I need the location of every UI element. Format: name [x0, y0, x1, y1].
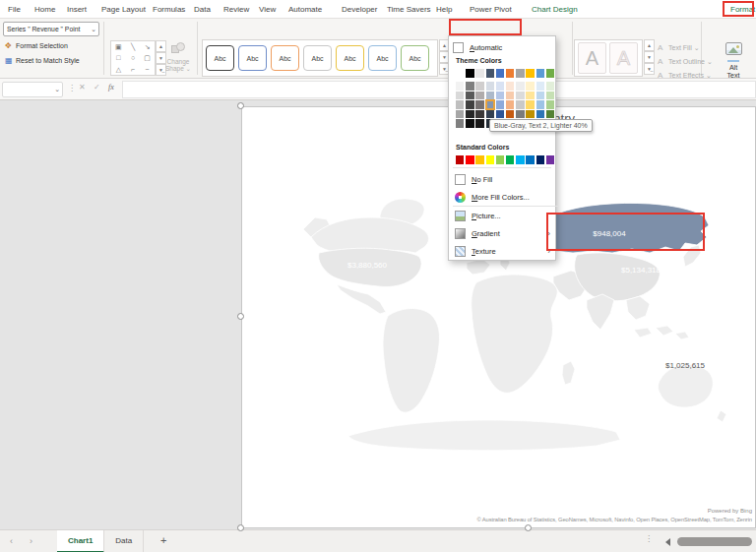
theme-variant-swatch[interactable]: [475, 100, 483, 109]
triangle-icon[interactable]: △: [111, 64, 126, 75]
theme-variant-swatch[interactable]: [456, 119, 464, 128]
change-shape-button[interactable]: Change Shape ⌄: [160, 40, 196, 78]
theme-variant-swatch[interactable]: [526, 92, 534, 100]
theme-variant-swatch[interactable]: [516, 92, 524, 100]
theme-color-swatch[interactable]: [466, 69, 473, 78]
theme-variant-swatch[interactable]: [526, 100, 534, 109]
theme-variant-swatch[interactable]: [486, 110, 494, 119]
menu-tab-format[interactable]: Format: [730, 0, 755, 19]
menu-tab-automate[interactable]: Automate: [288, 0, 322, 19]
scroll-up-icon[interactable]: ▲: [644, 39, 655, 51]
elbow-icon[interactable]: ⌐: [126, 64, 141, 75]
shape-style-sample[interactable]: Abc: [336, 45, 364, 71]
standard-color-swatch[interactable]: [536, 155, 544, 164]
theme-color-swatch[interactable]: [546, 69, 554, 78]
insert-function-icon[interactable]: fx: [108, 83, 114, 92]
theme-variant-swatch[interactable]: [475, 82, 483, 91]
theme-variant-swatch[interactable]: [486, 92, 494, 100]
text-fill-button[interactable]: AText Fill ⌄: [658, 41, 700, 54]
sheet-nav-right-icon[interactable]: ›: [30, 530, 32, 552]
enter-icon[interactable]: ✓: [94, 83, 100, 92]
menu-item-picture[interactable]: Picture...: [449, 207, 555, 224]
theme-variant-swatch[interactable]: [546, 100, 554, 109]
chart-handle-bottom-left[interactable]: [237, 524, 244, 531]
scroll-left-icon[interactable]: [665, 538, 670, 546]
standard-color-swatch[interactable]: [526, 155, 534, 164]
theme-variant-swatch[interactable]: [456, 92, 464, 100]
map-region-new-zealand[interactable]: [717, 410, 726, 422]
format-selection-button[interactable]: ✥Format Selection: [5, 39, 68, 52]
horizontal-scrollbar-thumb[interactable]: [677, 537, 752, 546]
wordart-style-sample[interactable]: A: [609, 42, 638, 74]
insert-shapes-gallery[interactable]: ▣╲↘□○▢△⌐~: [110, 40, 156, 76]
theme-variant-swatch[interactable]: [466, 119, 473, 128]
theme-variant-swatch[interactable]: [506, 100, 514, 109]
theme-variant-swatch[interactable]: [516, 100, 524, 109]
oval-icon[interactable]: ○: [126, 52, 141, 63]
line-icon[interactable]: ╲: [126, 41, 141, 52]
menu-tab-file[interactable]: File: [8, 0, 21, 19]
menu-tab-developer[interactable]: Developer: [342, 0, 377, 19]
standard-color-swatch[interactable]: [546, 155, 554, 164]
map-region-japan[interactable]: [683, 245, 701, 267]
theme-variant-swatch[interactable]: [466, 100, 473, 109]
theme-color-swatch[interactable]: [536, 69, 544, 78]
theme-color-swatch[interactable]: [526, 69, 534, 78]
rectangle-icon[interactable]: □: [111, 52, 126, 63]
theme-variant-swatch[interactable]: [486, 82, 494, 91]
highlighted-swatch-blue-gray-text-2-lighter-40-[interactable]: [486, 100, 494, 109]
chart-handle-top-left[interactable]: [237, 102, 244, 109]
theme-variant-swatch[interactable]: [506, 92, 514, 100]
menu-tab-help[interactable]: Help: [436, 0, 452, 19]
menu-tab-page-layout[interactable]: Page Layout: [101, 0, 146, 19]
menu-tab-data[interactable]: Data: [194, 0, 211, 19]
theme-color-swatch[interactable]: [456, 69, 464, 78]
theme-variant-swatch[interactable]: [475, 92, 483, 100]
standard-color-swatch[interactable]: [456, 155, 464, 164]
theme-variant-swatch[interactable]: [466, 110, 473, 119]
menu-item-texture[interactable]: Texture›: [449, 242, 555, 260]
standard-color-swatch[interactable]: [516, 155, 524, 164]
sheet-tab-chart1[interactable]: Chart1: [57, 530, 104, 552]
theme-color-swatch[interactable]: [506, 69, 514, 78]
theme-variant-swatch[interactable]: [536, 100, 544, 109]
theme-variant-swatch[interactable]: [466, 82, 473, 91]
cancel-icon[interactable]: ✕: [79, 83, 86, 92]
menu-tab-time-savers[interactable]: Time Savers: [387, 0, 431, 19]
theme-color-swatch[interactable]: [475, 69, 483, 78]
theme-variant-swatch[interactable]: [475, 110, 483, 119]
wordart-scroll[interactable]: ▲ ▼ ▼̲: [644, 39, 655, 75]
curve-icon[interactable]: ~: [140, 64, 155, 75]
formula-input[interactable]: [122, 81, 756, 98]
theme-variant-swatch[interactable]: [546, 110, 554, 119]
map-region-indonesia[interactable]: [656, 326, 673, 336]
map-region-south-america[interactable]: [383, 309, 439, 413]
theme-variant-swatch[interactable]: [506, 82, 514, 91]
menu-tab-power-pivot[interactable]: Power Pivot: [470, 0, 512, 19]
scroll-down-icon[interactable]: ▼: [644, 51, 655, 63]
standard-color-swatch[interactable]: [475, 155, 483, 164]
name-box[interactable]: ⌄: [2, 82, 63, 97]
theme-variant-swatch[interactable]: [496, 82, 504, 91]
menu-tab-home[interactable]: Home: [34, 0, 55, 19]
shape-style-sample[interactable]: Abc: [368, 45, 397, 71]
menu-tab-review[interactable]: Review: [223, 0, 249, 19]
shape-style-sample[interactable]: Abc: [206, 45, 234, 71]
menu-item-gradient[interactable]: Gradient›: [449, 224, 555, 242]
theme-color-swatch[interactable]: [486, 69, 494, 78]
map-region-madagascar[interactable]: [562, 361, 575, 385]
standard-color-swatch[interactable]: [486, 155, 494, 164]
menu-item-more-fill-colors[interactable]: More Fill Colors...: [449, 188, 555, 206]
shape-style-sample[interactable]: Abc: [238, 45, 267, 71]
map-region-central-america[interactable]: [337, 284, 386, 314]
theme-variant-swatch[interactable]: [456, 110, 464, 119]
arrow-icon[interactable]: ↘: [140, 41, 155, 52]
text-outline-button[interactable]: AText Outline ⌄: [658, 55, 713, 68]
theme-variant-swatch[interactable]: [516, 110, 524, 119]
map-region-china[interactable]: [575, 253, 661, 301]
theme-variant-swatch[interactable]: [536, 82, 544, 91]
theme-variant-swatch[interactable]: [496, 100, 504, 109]
map-region-indonesia[interactable]: [634, 328, 652, 337]
menu-tab-insert[interactable]: Insert: [67, 0, 87, 19]
theme-variant-swatch[interactable]: [456, 100, 464, 109]
